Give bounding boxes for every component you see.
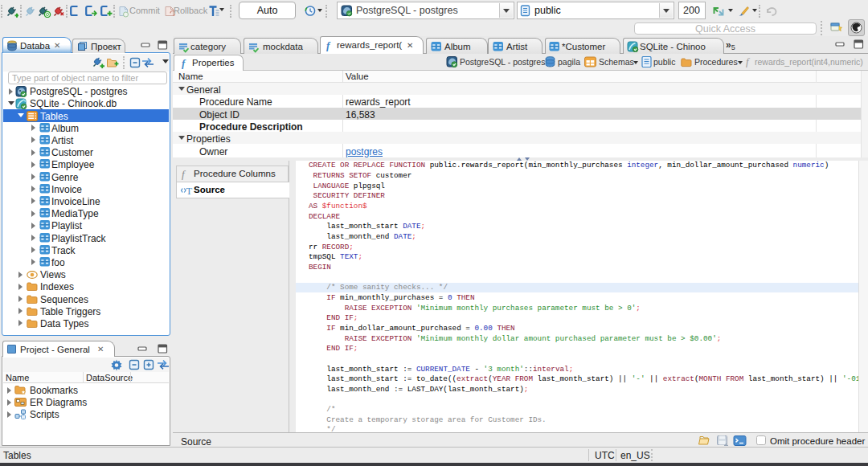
- svg-text:f: f: [746, 55, 751, 67]
- svg-text:T: T: [186, 186, 193, 197]
- svg-text:f: f: [182, 168, 186, 180]
